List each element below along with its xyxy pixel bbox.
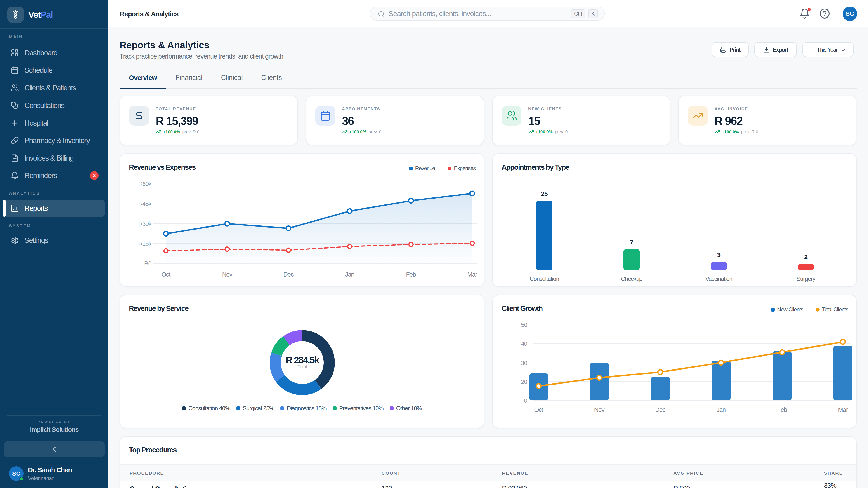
svg-text:R15k: R15k — [138, 240, 152, 247]
svg-text:R0: R0 — [144, 260, 151, 267]
svg-text:Jan: Jan — [345, 271, 354, 278]
svg-text:Checkup: Checkup — [621, 275, 643, 282]
svg-text:Surgery: Surgery — [797, 275, 815, 282]
svg-text:Oct: Oct — [534, 406, 544, 413]
svg-text:Total: Total — [298, 364, 307, 369]
svg-text:Feb: Feb — [777, 406, 787, 413]
svg-text:R60k: R60k — [138, 181, 152, 187]
svg-text:3: 3 — [717, 252, 721, 258]
svg-text:R 284.5k: R 284.5k — [286, 355, 320, 365]
svg-text:30: 30 — [521, 360, 527, 366]
svg-text:Feb: Feb — [406, 271, 416, 278]
svg-text:Consultation: Consultation — [530, 275, 559, 282]
svg-text:Dec: Dec — [283, 271, 293, 278]
svg-text:Mar: Mar — [467, 271, 477, 278]
svg-text:0: 0 — [524, 397, 527, 404]
svg-text:Oct: Oct — [161, 271, 170, 278]
svg-text:2: 2 — [804, 254, 808, 260]
svg-text:Mar: Mar — [838, 406, 848, 413]
svg-text:50: 50 — [521, 322, 527, 328]
svg-text:Dec: Dec — [655, 406, 665, 413]
svg-text:40: 40 — [521, 340, 527, 347]
svg-text:20: 20 — [521, 379, 527, 385]
svg-text:R45k: R45k — [138, 200, 152, 207]
svg-text:Nov: Nov — [222, 271, 232, 278]
svg-text:7: 7 — [630, 238, 633, 246]
svg-text:Nov: Nov — [594, 406, 604, 413]
svg-text:25: 25 — [541, 190, 548, 197]
svg-text:Jan: Jan — [717, 406, 726, 413]
svg-text:Vaccination: Vaccination — [705, 275, 732, 282]
svg-text:R30k: R30k — [138, 220, 152, 227]
